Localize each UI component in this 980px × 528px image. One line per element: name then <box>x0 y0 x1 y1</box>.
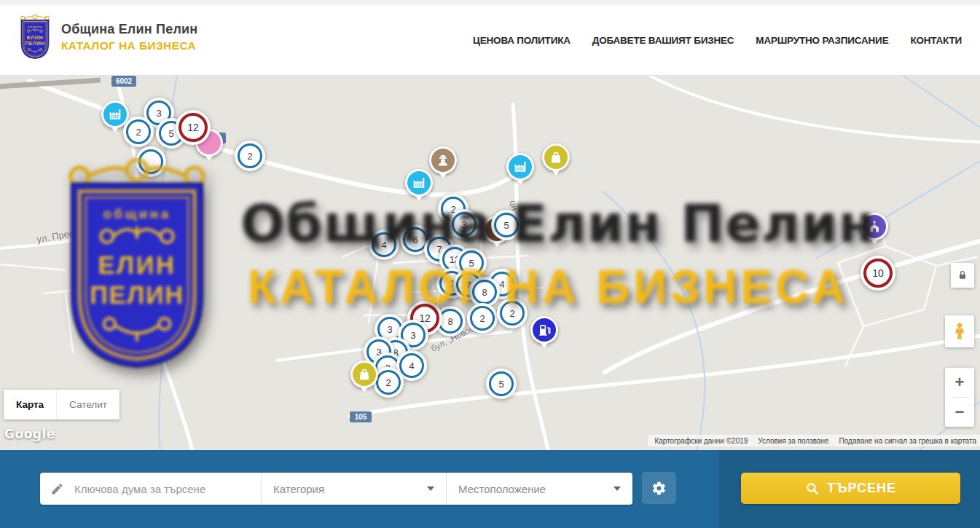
location-dropdown[interactable]: Местоположение <box>446 473 632 505</box>
site-subtitle: КАТАЛОГ НА БИЗНЕСА <box>61 39 197 52</box>
gear-icon <box>651 481 667 496</box>
search-fields: Категория Местоположение <box>40 473 632 505</box>
site-header: община ЕЛИН ПЕЛИН Община Елин Пелин КАТА… <box>0 0 980 76</box>
attribution-report-link[interactable]: Подаване на сигнал за грешка в картата <box>839 437 976 445</box>
location-dropdown-label: Местоположение <box>458 483 546 495</box>
map-pin-fuel[interactable] <box>530 316 558 344</box>
map-type-satellite-button[interactable]: Сателит <box>56 390 119 419</box>
map-canvas[interactable]: 6002105 ул. Преславбул. „Новоселци 32512… <box>0 75 980 450</box>
search-bar: Категория Местоположение ТЪРСЕНЕ <box>0 450 980 528</box>
map-type-control: Карта Сателит <box>4 390 119 419</box>
keyword-segment <box>40 473 261 505</box>
google-logo[interactable]: Google <box>4 427 55 441</box>
attribution-terms-link[interactable]: Условия за ползване <box>758 437 828 445</box>
svg-text:ЕЛИН: ЕЛИН <box>27 34 44 41</box>
chevron-down-icon <box>427 486 434 491</box>
nav-item-2[interactable]: МАРШРУТНО РАЗПИСАНИЕ <box>756 35 888 46</box>
attribution-copyright: Картографски данни ©2019 <box>654 437 748 445</box>
map-lock-button[interactable] <box>951 263 974 288</box>
search-icon <box>805 481 820 496</box>
svg-text:община: община <box>28 25 42 28</box>
advanced-settings-button[interactable] <box>642 472 676 504</box>
street-view-pegman-button[interactable] <box>945 315 974 347</box>
map-pin-bag[interactable] <box>350 360 378 388</box>
category-dropdown[interactable]: Категория <box>261 473 446 505</box>
main-nav: ЦЕНОВА ПОЛИТИКАДОБАВЕТЕ ВАШИЯТ БИЗНЕСМАР… <box>473 5 962 75</box>
nav-item-0[interactable]: ЦЕНОВА ПОЛИТИКА <box>473 35 571 46</box>
zoom-out-button[interactable]: − <box>945 398 974 427</box>
nav-item-3[interactable]: КОНТАКТИ <box>910 35 962 46</box>
search-button[interactable]: ТЪРСЕНЕ <box>741 473 960 504</box>
pencil-icon <box>50 482 64 496</box>
site-logo[interactable]: община ЕЛИН ПЕЛИН Община Елин Пелин КАТА… <box>18 15 197 60</box>
header-top-strip <box>0 0 980 5</box>
svg-text:ПЕЛИН: ПЕЛИН <box>25 40 45 47</box>
front-markers-layer <box>0 75 980 450</box>
zoom-control: + − <box>945 368 974 427</box>
chevron-down-icon <box>614 486 621 491</box>
municipality-crest-icon: община ЕЛИН ПЕЛИН <box>18 15 52 60</box>
category-dropdown-label: Категория <box>273 483 324 495</box>
site-title: Община Елин Пелин <box>61 22 197 37</box>
zoom-in-button[interactable]: + <box>945 368 974 397</box>
pegman-icon <box>950 320 969 342</box>
map-attribution: Картографски данни ©2019 Условия за полз… <box>648 435 980 446</box>
lock-icon <box>957 269 968 281</box>
map-type-map-button[interactable]: Карта <box>4 390 56 419</box>
keyword-search-input[interactable] <box>73 472 261 505</box>
search-button-label: ТЪРСЕНЕ <box>827 481 896 496</box>
nav-item-1[interactable]: ДОБАВЕТЕ ВАШИЯТ БИЗНЕС <box>592 35 734 46</box>
